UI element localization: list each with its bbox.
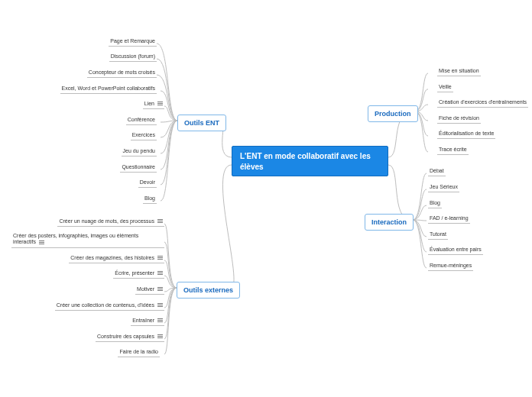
leaf-label: Créer des magazines, des histoires: [70, 255, 154, 260]
leaf-questionnaire[interactable]: Questionnaire: [120, 164, 157, 173]
note-icon: [157, 219, 163, 224]
leaf-lien[interactable]: Lien: [143, 101, 164, 109]
note-icon: [157, 287, 163, 292]
leaf-conference[interactable]: Conférence: [126, 117, 157, 125]
leaf-label: Motiver: [137, 286, 154, 292]
leaf-jeu-serieux[interactable]: Jeu Sérieux: [428, 184, 459, 192]
connector-lines: [0, 0, 532, 397]
leaf-motiver[interactable]: Motiver: [135, 286, 164, 295]
leaf-exercices[interactable]: Exercices: [131, 132, 157, 140]
leaf-label: Créer une collection de contenus, d'idée…: [57, 302, 154, 308]
leaf-magazines[interactable]: Créer des magazines, des histoires: [69, 255, 164, 263]
leaf-page-remarque[interactable]: Page et Remarque: [109, 38, 157, 47]
leaf-posters[interactable]: Créer des posters, infographies, images …: [11, 233, 164, 248]
leaf-capsules[interactable]: Construire des capsules: [96, 334, 164, 342]
leaf-label: Créer des posters, infographies, images …: [13, 233, 138, 244]
leaf-collection[interactable]: Créer une collection de contenus, d'idée…: [55, 302, 164, 311]
leaf-fad[interactable]: FAD / e-learning: [428, 215, 470, 224]
leaf-blog-ent[interactable]: Blog: [143, 195, 157, 204]
branch-interaction[interactable]: Interaction: [365, 214, 414, 231]
note-icon: [157, 102, 163, 106]
leaf-nuage-mots[interactable]: Créer un nuage de mots, des processus: [57, 218, 164, 227]
leaf-fiche-revision[interactable]: Fiche de révision: [437, 115, 481, 124]
leaf-mise-situation[interactable]: Mise en situation: [437, 68, 481, 76]
branch-production[interactable]: Production: [368, 105, 418, 122]
leaf-tutorat[interactable]: Tutorat: [428, 231, 448, 240]
leaf-debat[interactable]: Débat: [428, 168, 446, 176]
leaf-label: Créer un nuage de mots, des processus: [59, 218, 154, 224]
leaf-ecrire[interactable]: Écrire, présenter: [113, 270, 164, 279]
leaf-trace-ecrite[interactable]: Trace écrite: [437, 147, 469, 155]
leaf-label: Écrire, présenter: [115, 270, 154, 276]
branch-outils-externes[interactable]: Outils externes: [177, 282, 240, 299]
branch-outils-ent[interactable]: Outils ENT: [177, 115, 226, 131]
leaf-blog[interactable]: Blog: [428, 200, 442, 208]
leaf-entrainer[interactable]: Entraîner: [131, 318, 164, 326]
leaf-creation-exercices[interactable]: Création d'exercices d'entraînements: [437, 99, 528, 108]
leaf-radio[interactable]: Faire de la radio: [118, 349, 160, 357]
leaf-jeu-pendu[interactable]: Jeu du pendu: [122, 148, 157, 157]
leaf-evaluation-pairs[interactable]: Évaluation entre pairs: [428, 247, 483, 255]
note-icon: [39, 240, 44, 245]
note-icon: [157, 303, 163, 308]
leaf-label: Entraîner: [132, 318, 154, 323]
leaf-excel-word-ppt[interactable]: Excel, Word et PowerPoint collaboratifs: [60, 86, 157, 94]
leaf-discussion[interactable]: Discussion (forum): [109, 53, 157, 62]
note-icon: [157, 318, 163, 323]
leaf-devoir[interactable]: Devoir: [138, 179, 157, 188]
leaf-label: Construire des capsules: [97, 334, 154, 339]
leaf-remue-meninges[interactable]: Remue-méninges: [428, 263, 473, 271]
note-icon: [157, 334, 163, 339]
leaf-veille[interactable]: Veille: [437, 84, 453, 92]
note-icon: [157, 256, 163, 260]
leaf-label: Lien: [144, 101, 154, 106]
leaf-editorialisation[interactable]: Éditorialisation de texte: [437, 131, 495, 139]
root-node[interactable]: L'ENT en mode collaboratif avec les élèv…: [232, 146, 388, 176]
leaf-concepteur[interactable]: Concepteur de mots croisés: [87, 69, 157, 78]
note-icon: [157, 271, 163, 276]
